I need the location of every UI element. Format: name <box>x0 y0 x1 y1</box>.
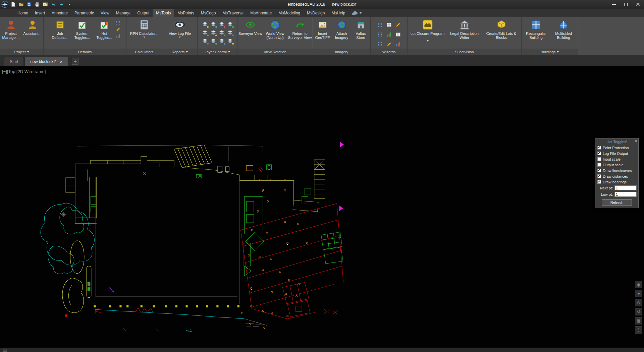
next-pt-input[interactable] <box>614 185 637 190</box>
layer-tool-icon[interactable] <box>201 20 209 28</box>
file-tab-start[interactable]: Start <box>4 57 24 66</box>
panel-label-view-rotation[interactable]: View Rotation <box>237 49 313 55</box>
minimize-button[interactable] <box>608 0 620 9</box>
split-dropdown-icon[interactable] <box>427 40 429 42</box>
tab-msannotate[interactable]: MsAnnotate <box>247 9 275 17</box>
panel-label-project[interactable]: Project <box>0 49 43 55</box>
tab-mscogo[interactable]: MsCogo <box>198 9 219 17</box>
layer-tool-icon[interactable] <box>218 29 225 36</box>
assistant-button[interactable]: Assistant... <box>22 18 43 40</box>
close-button[interactable] <box>632 0 644 9</box>
open-file-icon[interactable] <box>17 1 24 8</box>
toggle-draw-bearings[interactable]: Draw bearings <box>595 179 638 185</box>
checkbox[interactable] <box>597 174 601 178</box>
panel-label-buildings[interactable]: Buildings <box>522 49 578 55</box>
checkbox[interactable] <box>597 146 601 150</box>
system-toggles-button[interactable]: System Toggles... <box>71 18 93 40</box>
toggle-output-scale[interactable]: Output scale <box>595 162 638 168</box>
checkbox[interactable] <box>597 157 601 161</box>
undo-icon[interactable] <box>50 1 57 8</box>
view-log-file-button[interactable]: View Log File <box>163 18 197 38</box>
toggle-log-file-output[interactable]: Log File Output <box>595 151 638 156</box>
wizard-points-icon[interactable] <box>376 40 384 49</box>
close-tab-icon[interactable] <box>60 60 63 63</box>
hot-toggles-button[interactable]: Hot Toggles... <box>94 18 115 40</box>
attach-imagery-button[interactable]: Attach Imagery <box>332 18 351 40</box>
refresh-button[interactable]: Refresh <box>602 199 632 206</box>
print-icon[interactable] <box>34 1 41 8</box>
layer-tool-icon[interactable] <box>210 29 217 36</box>
tab-view[interactable]: View <box>97 9 113 17</box>
tab-mstools[interactable]: MsTools <box>153 9 174 17</box>
tab-home[interactable]: Home <box>14 9 32 17</box>
app-logo-icon[interactable] <box>1 1 8 8</box>
maximize-button[interactable] <box>620 0 632 9</box>
lot-closure-program-button[interactable]: Lot Closure Program <box>410 18 446 42</box>
showmotion-icon[interactable]: ▦ <box>635 317 642 325</box>
palette-close-icon[interactable] <box>634 139 637 142</box>
tab-manage[interactable]: Manage <box>113 9 134 17</box>
file-tab-document[interactable]: new block.dxf* <box>24 57 68 66</box>
tab-mshelp[interactable]: MsHelp <box>328 9 348 17</box>
drawing-viewport[interactable]: [−] [Top] [2D Wireframe] Hot Toggles! Po… <box>0 66 644 352</box>
toggle-input-scale[interactable]: Input scale <box>595 156 638 162</box>
tab-msmodeling[interactable]: MsModeling <box>275 9 304 17</box>
split-dropdown-icon[interactable] <box>143 37 145 38</box>
defaults-edit-icon[interactable] <box>116 27 120 32</box>
more-icon[interactable]: ⋮ <box>635 326 642 334</box>
project-manager-button[interactable]: Project Manager... <box>1 18 21 40</box>
checkbox[interactable] <box>597 163 601 167</box>
tab-insert[interactable]: Insert <box>32 9 48 17</box>
toggle-point-protection[interactable]: Point Protection <box>595 145 638 151</box>
tab-output[interactable]: Output <box>134 9 153 17</box>
panel-label-imagery[interactable]: Imagery <box>313 49 370 55</box>
wizard-table-icon[interactable] <box>385 20 393 29</box>
wizard-table-icon[interactable] <box>394 30 402 39</box>
layer-tool-icon[interactable] <box>210 37 217 45</box>
rpn-calculator-button[interactable]: RPN Calculator... <box>128 18 160 38</box>
plot-icon[interactable] <box>42 1 49 8</box>
surveyor-view-button[interactable]: Surveyor View <box>238 18 262 40</box>
viewport-visual-style-control[interactable]: [2D Wireframe] <box>16 69 46 74</box>
checkbox[interactable] <box>597 152 601 155</box>
checkbox[interactable] <box>597 169 601 172</box>
defaults-chart-icon[interactable] <box>116 34 120 39</box>
new-tab-button[interactable] <box>72 58 78 65</box>
layer-tool-icon[interactable] <box>210 20 217 28</box>
toggle-draw-lines-curves[interactable]: Draw lines/curves <box>595 168 638 173</box>
panel-label-calculators[interactable]: Calculators <box>126 49 162 55</box>
panel-label-wizards[interactable]: Wizards <box>371 49 407 55</box>
toggle-draw-distances[interactable]: Draw distances <box>595 173 638 179</box>
tab-mstraverse[interactable]: MsTraverse <box>219 9 247 17</box>
layer-tool-icon[interactable] <box>201 29 209 36</box>
wizard-chart-icon[interactable] <box>394 40 402 49</box>
wizard-edit-icon[interactable] <box>394 20 402 29</box>
multisided-building-button[interactable]: Multisided Building <box>550 18 577 40</box>
create-edit-lots-blocks-button[interactable]: Create/Edit Lots & Blocks <box>483 18 520 40</box>
low-pt-input[interactable] <box>614 192 637 197</box>
layer-tool-icon[interactable] <box>226 29 234 36</box>
valtus-store-button[interactable]: Valtus Store <box>352 18 370 40</box>
zoom-icon[interactable]: ⊙ <box>635 299 642 306</box>
pan-icon[interactable]: + <box>635 290 642 297</box>
qat-customize-icon[interactable] <box>66 1 73 8</box>
layer-tool-icon[interactable] <box>226 37 234 45</box>
wizard-chart-icon[interactable] <box>385 30 393 39</box>
viewport-minimize-control[interactable]: [−] <box>2 69 7 74</box>
layer-tool-icon[interactable] <box>226 20 234 28</box>
rectangular-building-button[interactable]: Rectangular Building <box>523 18 549 40</box>
layer-tool-icon[interactable] <box>218 37 225 45</box>
world-view-button[interactable]: World View (North Up) <box>263 18 287 40</box>
panel-label-subdivision[interactable]: Subdivision <box>408 49 521 55</box>
tab-annotate[interactable]: Annotate <box>48 9 71 17</box>
wizard-points-icon[interactable] <box>376 20 384 29</box>
tab-msdesign[interactable]: MsDesign <box>304 9 328 17</box>
wizard-points-icon[interactable] <box>376 30 384 39</box>
steering-wheel-icon[interactable]: ◉ <box>635 281 642 288</box>
viewport-view-control[interactable]: [Top] <box>7 69 16 74</box>
insert-geotiff-button[interactable]: Insert GeoTIFF <box>313 18 332 40</box>
connect-cloud-icon[interactable] <box>348 9 365 17</box>
legal-description-writer-button[interactable]: Legal Description Writer <box>446 18 483 40</box>
wizard-edit-icon[interactable] <box>385 40 393 49</box>
palette-title-bar[interactable]: Hot Toggles! <box>595 138 638 145</box>
